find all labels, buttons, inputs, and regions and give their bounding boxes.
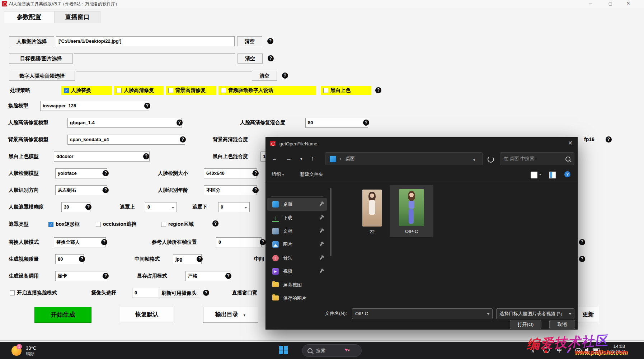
vram-mode-select[interactable]: 严格 (185, 271, 230, 281)
face-restore-blend-select[interactable]: 80 (305, 118, 368, 128)
help-icon[interactable]: ? (103, 187, 109, 193)
help-icon[interactable]: ? (579, 239, 585, 245)
sidebar-item-saved-pictures[interactable]: 保存的图片 (267, 292, 327, 305)
refresh-camera-button[interactable]: 刷新可用摄像头 (158, 288, 200, 298)
mask-type-occlusion[interactable]: occlusion遮挡 (96, 221, 136, 228)
start-button-icon[interactable] (279, 346, 288, 354)
strategy-bg-restore[interactable]: 背景高清修复 (166, 86, 216, 95)
tab-live-window[interactable]: 直播窗口 (54, 11, 100, 23)
help-icon[interactable]: ? (363, 120, 369, 126)
live-mode-toggle[interactable]: 开启直播换脸模式 (10, 290, 57, 296)
face-image-path-input[interactable]: ['C:/Users/1/Desktop/22.jpg'] (56, 36, 235, 46)
open-button[interactable]: 打开(O) (510, 320, 541, 329)
minimize-button[interactable]: – (586, 1, 595, 7)
checkbox[interactable] (48, 222, 53, 227)
forward-icon[interactable]: → (286, 155, 292, 162)
new-folder-button[interactable]: 新建文件夹 (300, 169, 323, 180)
checkbox[interactable] (117, 88, 122, 93)
sidebar-item-music[interactable]: ♪ 音乐 (267, 252, 327, 265)
help-icon[interactable]: ? (267, 38, 273, 44)
face-image-picker-button[interactable]: 人脸图片选择 (9, 36, 54, 46)
mask-bottom-select[interactable]: 0 (218, 202, 250, 212)
weather-widget[interactable]: 1 33°C 晴朗 (11, 345, 83, 357)
close-button[interactable]: ✕ (624, 1, 633, 7)
reset-defaults-button[interactable]: 恢复默认 (120, 307, 174, 322)
checkbox[interactable] (96, 222, 101, 227)
help-icon[interactable]: ? (225, 273, 231, 279)
mask-top-select[interactable]: 0 (145, 202, 177, 212)
ref-frame-input[interactable]: 0 (216, 237, 262, 247)
recog-age-select[interactable]: 不区分 (204, 185, 257, 195)
filename-combobox[interactable]: OIP-C (352, 308, 493, 319)
strategy-face-restore[interactable]: 人脸高清修复 (114, 86, 164, 95)
breadcrumb[interactable]: 桌面 (345, 153, 355, 165)
tab-params[interactable]: 参数配置 (4, 11, 54, 23)
help-icon[interactable]: ? (260, 239, 266, 245)
view-mode-icon[interactable] (531, 172, 537, 178)
view-mode-dropdown-icon[interactable]: ▾ (539, 172, 541, 176)
recent-locations-icon[interactable]: ▾ (300, 157, 302, 161)
sidebar-scrollbar[interactable] (330, 188, 332, 256)
checkbox[interactable] (323, 88, 328, 93)
sidebar-item-desktop[interactable]: 桌面 (267, 198, 327, 211)
help-icon[interactable]: ? (212, 220, 218, 227)
checkbox[interactable] (161, 222, 166, 227)
maximize-button[interactable]: ▢ (606, 1, 615, 7)
help-icon[interactable]: ? (101, 239, 107, 245)
checkbox[interactable] (221, 88, 226, 93)
strategy-face-swap[interactable]: 人脸替换 (61, 86, 112, 95)
checkbox[interactable] (64, 88, 69, 93)
help-icon[interactable]: ? (203, 290, 209, 296)
audio-picker-button[interactable]: 数字人驱动音频选择 (9, 71, 75, 81)
help-icon[interactable]: ? (85, 204, 91, 210)
start-button[interactable]: 开始生成 (34, 307, 91, 323)
sidebar-item-screenshots[interactable]: 屏幕截图 (267, 279, 327, 292)
search-box[interactable]: 在 桌面 中搜索 (500, 152, 574, 165)
clear-target-media-button[interactable]: 清空 (238, 53, 263, 64)
preview-pane-icon[interactable] (549, 172, 556, 178)
help-icon[interactable]: ? (253, 187, 259, 193)
help-icon[interactable]: ? (143, 153, 149, 159)
help-icon[interactable]: ? (103, 273, 109, 279)
address-bar[interactable]: › 桌面 ▾ (325, 152, 483, 165)
help-icon[interactable]: ? (180, 136, 186, 143)
file-item-22[interactable]: 22 (357, 187, 387, 237)
address-dropdown-icon[interactable]: ▾ (473, 158, 475, 162)
help-icon[interactable]: ? (79, 256, 85, 262)
sidebar-item-documents[interactable]: 文档 (267, 225, 327, 238)
taskbar-search[interactable]: 搜索 ♥♥ (302, 344, 362, 357)
help-icon[interactable]: ? (103, 170, 109, 176)
dialog-help-icon[interactable]: ? (564, 171, 570, 177)
cancel-button[interactable]: 取消 (549, 320, 575, 329)
refresh-icon[interactable] (488, 156, 494, 163)
clear-face-image-button[interactable]: 清空 (237, 36, 262, 46)
help-icon[interactable]: ? (375, 87, 381, 93)
sidebar-item-pictures[interactable]: 图片 (267, 238, 327, 251)
checkbox[interactable] (10, 290, 15, 295)
help-icon[interactable]: ? (606, 136, 612, 143)
strategy-colorize[interactable]: 黑白上色 (321, 86, 371, 95)
bg-restore-model-select[interactable]: span_kendata_x4 (67, 135, 185, 145)
filetype-combobox[interactable]: 选择目标人脸图片或者视频 (*.j (496, 308, 574, 319)
sidebar-item-downloads[interactable]: ↓ 下载 (267, 211, 327, 224)
clear-audio-button[interactable]: 清空 (252, 71, 277, 81)
back-icon[interactable]: ← (272, 155, 277, 162)
help-icon[interactable]: ? (177, 120, 183, 126)
mask-type-region[interactable]: region区域 (161, 221, 194, 228)
up-icon[interactable]: ↑ (311, 155, 314, 162)
organize-button[interactable]: 组织 ▾ (272, 169, 284, 180)
face-restore-model-select[interactable]: gfpgan_1.4 (67, 118, 182, 128)
target-media-path-input[interactable] (74, 53, 235, 54)
detect-model-select[interactable]: yoloface (55, 168, 107, 178)
strategy-audio-drive[interactable]: 音频驱动数字人说话 (218, 86, 316, 95)
help-icon[interactable]: ? (144, 103, 150, 109)
help-icon[interactable]: ? (282, 73, 288, 79)
replace-mode-select[interactable]: 替换全部人 (54, 237, 106, 247)
checkbox[interactable] (168, 88, 173, 93)
target-media-picker-button[interactable]: 目标视频/图片选择 (9, 53, 73, 64)
help-icon[interactable]: ? (579, 256, 585, 262)
audio-path-input[interactable] (76, 71, 253, 71)
file-item-oipc-selected[interactable]: OIP-C (390, 185, 433, 237)
recog-direction-select[interactable]: 从左到右 (55, 185, 107, 195)
help-icon[interactable]: ? (253, 170, 259, 176)
